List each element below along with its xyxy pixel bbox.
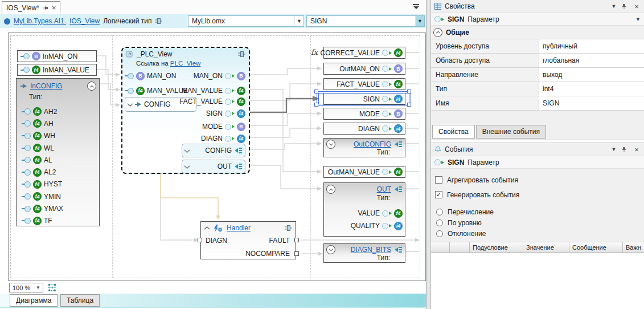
handler-block[interactable]: Handler DIAGN FAULT NOCOMPARE xyxy=(200,221,296,259)
close-icon[interactable]: × xyxy=(633,2,641,11)
chevron-down-icon[interactable] xyxy=(128,101,133,107)
collapse-button[interactable] xyxy=(433,28,442,37)
generate-events-checkbox[interactable]: ✓ xyxy=(435,191,442,198)
deviation-radio[interactable] xyxy=(436,230,443,237)
column-header[interactable] xyxy=(431,242,450,253)
property-value[interactable]: выход xyxy=(539,68,644,82)
selection-handle[interactable] xyxy=(407,90,411,93)
handler-output-port[interactable] xyxy=(294,251,299,256)
plc-view-block[interactable]: _PLC_View Ссылка на PLC_View B MAN_ON f4… xyxy=(121,47,250,174)
input-block-inman-value[interactable]: f4 InMAN_VALUE xyxy=(17,64,97,76)
list-item[interactable]: f4AL2 xyxy=(17,166,99,178)
list-item[interactable]: f4AH xyxy=(17,117,99,129)
plc-output-mode[interactable]: MODE B xyxy=(202,120,245,133)
plc-output-sign[interactable]: SIGN i4 xyxy=(206,107,245,120)
chevron-down-icon[interactable]: ▼ xyxy=(415,16,424,26)
output-block-out[interactable]: OUT Тип: VALUE f4 QUALITY i4 xyxy=(323,182,405,237)
by-level-radio[interactable] xyxy=(436,219,443,226)
expand-button[interactable] xyxy=(326,140,335,149)
output-block-fact-value[interactable]: FACT_VALUE f4 xyxy=(323,78,405,90)
tab-diagram[interactable]: Диаграмма xyxy=(10,294,58,307)
output-block-correct-value[interactable]: CORRECT_VALUE f4 xyxy=(323,47,405,59)
chevron-down-icon[interactable]: ▼ xyxy=(36,285,43,290)
column-header-value[interactable]: Значение xyxy=(523,242,569,253)
out-item-value[interactable]: VALUE f4 xyxy=(324,207,405,219)
property-value[interactable]: int4 xyxy=(539,82,644,96)
handler-link[interactable]: Handler xyxy=(227,224,251,232)
tab-table[interactable]: Таблица xyxy=(60,294,100,307)
chevron-down-icon[interactable] xyxy=(184,147,190,153)
pin-icon[interactable] xyxy=(621,147,629,152)
column-header[interactable] xyxy=(450,242,470,253)
zoom-select[interactable]: 100 % ▼ xyxy=(9,283,43,292)
column-header-message[interactable]: Сообщение xyxy=(569,242,623,253)
output-block-outman-value[interactable]: OutMAN_VALUE f4 xyxy=(323,166,405,178)
plc-input-man-value[interactable]: f4 MAN_VALUE xyxy=(125,84,188,97)
plc-output-fact-value[interactable]: FACT_VALUE f4 xyxy=(179,95,245,108)
selection-handle[interactable] xyxy=(314,90,318,93)
reference-link[interactable]: PLC_View xyxy=(170,60,201,67)
chevron-down-icon[interactable]: ▼ xyxy=(635,17,641,22)
library-select[interactable]: MyLib.omx ▼ xyxy=(188,15,304,27)
chevron-down-icon[interactable]: ▼ xyxy=(294,16,303,26)
tab-properties[interactable]: Свойства xyxy=(432,125,475,139)
plc-output-config[interactable]: CONFIG xyxy=(182,144,245,157)
pin-icon[interactable] xyxy=(621,3,629,9)
expand-button[interactable] xyxy=(326,245,335,254)
close-icon[interactable]: × xyxy=(52,5,56,11)
out-item-quality[interactable]: QUALITY i4 xyxy=(324,219,405,232)
window-list-icon[interactable] xyxy=(413,4,419,10)
collapse-button[interactable] xyxy=(326,185,335,194)
chevron-down-icon[interactable]: ▼ xyxy=(610,3,618,9)
list-item[interactable]: f4AH2 xyxy=(17,105,99,117)
output-block-mode[interactable]: MODE B xyxy=(323,108,405,120)
chevron-up-icon[interactable] xyxy=(204,226,210,231)
list-item[interactable]: f4WL xyxy=(17,142,99,154)
list-item[interactable]: f4WH xyxy=(17,130,99,142)
document-tab-ios-view[interactable]: IOS_View* × xyxy=(2,1,60,14)
outconfig-link[interactable]: OutCONFIG xyxy=(354,140,391,148)
list-item[interactable]: f4AL xyxy=(17,154,99,166)
chevron-down-icon[interactable]: ▼ xyxy=(610,147,618,152)
plc-output-man-on[interactable]: MAN_ON B xyxy=(194,70,245,82)
list-item[interactable]: f4YMAX xyxy=(17,202,99,214)
input-block-inman-on[interactable]: B InMAN_ON xyxy=(17,50,97,62)
output-block-diagn-bits[interactable]: DIAGN_BITS Тип: xyxy=(323,243,405,263)
handler-output-port[interactable] xyxy=(294,238,299,242)
property-value[interactable]: глобальная xyxy=(539,54,644,67)
events-object-row[interactable]: SIGN Параметр xyxy=(431,156,644,169)
selection-handle[interactable] xyxy=(407,103,411,107)
out-link[interactable]: OUT xyxy=(377,185,391,193)
input-block-inconfig[interactable]: InCONFIG Тип: f4AH2 f4AH f4WH f4WL f4AL … xyxy=(16,78,100,226)
column-header-subcondition[interactable]: Подусловие xyxy=(470,242,523,253)
pin-icon[interactable] xyxy=(43,5,48,11)
inconfig-link[interactable]: InCONFIG xyxy=(30,82,63,90)
diagn-bits-link[interactable]: DIAGN_BITS xyxy=(351,246,391,254)
tab-external-events[interactable]: Внешние события xyxy=(476,125,546,139)
handler-input-port[interactable] xyxy=(198,238,202,242)
column-header-importance[interactable]: Важн xyxy=(623,242,644,253)
plc-output-diagn[interactable]: DIAGN i4 xyxy=(201,132,245,145)
output-block-outconfig[interactable]: OutCONFIG Тип: xyxy=(323,138,405,157)
plc-input-man-on[interactable]: B MAN_ON xyxy=(125,70,176,82)
plc-output-out[interactable]: OUT xyxy=(182,160,245,173)
list-item[interactable]: f4HYST xyxy=(17,178,99,190)
section-general[interactable]: Общие xyxy=(431,26,644,39)
property-value[interactable]: публичный xyxy=(539,39,644,53)
output-block-diagn[interactable]: DIAGN i4 xyxy=(323,123,405,135)
parameter-select[interactable]: SIGN ▼ xyxy=(306,15,425,27)
selection-handle[interactable] xyxy=(314,103,318,107)
output-block-sign-selected[interactable]: SIGN i4 xyxy=(323,93,405,105)
collapse-button[interactable] xyxy=(87,82,96,91)
properties-object-row[interactable]: SIGN Параметр ▼ xyxy=(431,13,644,26)
property-value[interactable]: SIGN xyxy=(539,96,644,110)
list-item[interactable]: f4TF xyxy=(17,215,99,227)
aggregate-events-checkbox[interactable] xyxy=(435,176,442,184)
breadcrumb-view-link[interactable]: IOS_View xyxy=(69,17,100,25)
grid-snap-icon[interactable] xyxy=(48,283,56,292)
close-icon[interactable]: × xyxy=(633,145,641,154)
events-table-body[interactable] xyxy=(431,253,644,309)
panel-splitter[interactable] xyxy=(426,0,431,309)
list-item[interactable]: f4YMIN xyxy=(17,190,99,202)
enumeration-radio[interactable] xyxy=(436,209,443,216)
